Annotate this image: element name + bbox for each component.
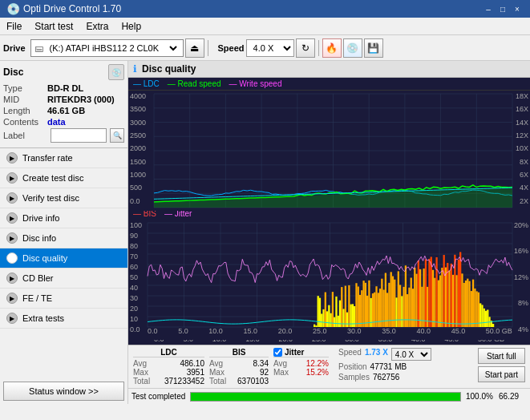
menu-file[interactable]: File: [0, 18, 28, 34]
samples-value: 762756: [373, 373, 399, 382]
progress-bar-fill: [191, 393, 460, 401]
jitter-checkbox[interactable]: [273, 348, 282, 357]
nav-create-test-disc[interactable]: ▶ Create test disc: [0, 168, 127, 188]
verify-test-disc-icon: ▶: [6, 192, 18, 204]
disc-quality-icon: ▶: [6, 252, 18, 264]
disc-icon: 💿: [108, 64, 124, 80]
ldc-legend: — LDC: [133, 79, 160, 88]
nav-drive-info[interactable]: ▶ Drive info: [0, 208, 127, 228]
chart-icon: ℹ: [133, 63, 137, 75]
progress-label: Test completed: [131, 392, 185, 401]
jitter-header: Jitter: [285, 348, 304, 357]
stats-section: LDC Avg486.10 Max3951 Total371233452 BIS…: [128, 345, 530, 388]
menu-help[interactable]: Help: [115, 18, 148, 34]
mid-value: RITEKDR3 (000): [47, 95, 115, 104]
length-label: Length: [3, 106, 47, 115]
ldc-max: 3951: [160, 368, 204, 377]
nav-disc-quality-label: Disc quality: [22, 253, 67, 263]
drive-info-icon: ▶: [6, 212, 18, 224]
burn-button[interactable]: 🔥: [322, 38, 342, 58]
ldc-stats: LDC Avg486.10 Max3951 Total371233452: [133, 348, 204, 386]
jitter-stats: Jitter Avg12.2% Max15.2%: [273, 348, 329, 377]
bottom-chart-wrapper: 100 90 80 70 60 50 40 30 20 10 0.0 20% 1…: [128, 220, 530, 336]
nav-create-test-disc-label: Create test disc: [22, 173, 83, 183]
progress-percent: 100.0%: [466, 392, 494, 401]
minimize-button[interactable]: –: [482, 2, 495, 15]
ldc-avg: 486.10: [160, 359, 204, 368]
bis-header: BIS: [209, 348, 269, 357]
label-search-button[interactable]: 🔍: [110, 128, 124, 143]
cd-bler-icon: ▶: [6, 273, 18, 284]
jitter-avg: 12.2%: [301, 359, 329, 368]
ldc-header: LDC: [133, 348, 204, 357]
close-button[interactable]: ×: [511, 2, 524, 15]
nav-cd-bler[interactable]: ▶ CD Bler: [0, 269, 127, 289]
bottom-x-axis: 0.0 5.0 10.0 15.0 20.0 25.0 30.0 35.0 40…: [148, 324, 512, 335]
nav-extra-tests[interactable]: ▶ Extra tests: [0, 309, 127, 329]
start-part-button[interactable]: Start part: [478, 366, 525, 382]
top-chart-wrapper: 4000 3500 3000 2500 2000 1500 1000 500 0…: [128, 91, 530, 207]
top-chart-canvas: [128, 91, 530, 211]
start-full-button[interactable]: Start full: [478, 348, 525, 364]
create-test-disc-icon: ▶: [6, 172, 18, 184]
progress-bar-container: Test completed 100.0% 66.29: [128, 388, 530, 404]
toolbar: Drive 🖴 (K:) ATAPI iHBS112 2 CL0K ⏏ Spee…: [0, 35, 530, 61]
jitter-max: 15.2%: [301, 368, 329, 377]
nav-extra-tests-label: Extra tests: [22, 313, 64, 323]
type-label: Type: [3, 83, 47, 93]
save-button[interactable]: 💾: [364, 38, 383, 58]
disc-label-label: Label: [3, 131, 47, 140]
label-input[interactable]: [51, 128, 107, 143]
toolbar-separator: [208, 40, 208, 56]
nav-cd-bler-label: CD Bler: [22, 273, 54, 283]
position-value: 47731 MB: [370, 362, 407, 371]
window-controls: – □ ×: [482, 2, 524, 15]
progress-time: 66.29: [499, 392, 527, 401]
fe-te-icon: ▶: [6, 293, 18, 304]
toolbar-separator-2: [318, 40, 319, 56]
menu-bar: File Start test Extra Help: [0, 18, 530, 35]
mid-label: MID: [3, 95, 47, 104]
speed-label: Speed: [338, 348, 362, 361]
nav-disc-info-label: Disc info: [22, 233, 56, 243]
window-title: Opti Drive Control 1.70: [23, 3, 121, 14]
title-bar: 💿 Opti Drive Control 1.70 – □ ×: [0, 0, 530, 18]
refresh-button[interactable]: ↻: [296, 38, 315, 58]
disc-button[interactable]: 💿: [343, 38, 362, 58]
speed-value: 1.73 X: [365, 348, 388, 361]
chart-header: ℹ Disc quality: [128, 61, 530, 78]
transfer-rate-icon: ▶: [6, 152, 18, 164]
status-window-button[interactable]: Status window >>: [3, 382, 124, 401]
bottom-chart-canvas: [128, 220, 530, 340]
nav-fe-te[interactable]: ▶ FE / TE: [0, 289, 127, 309]
top-legend: — LDC — Read speed — Write speed: [128, 78, 530, 91]
nav-transfer-rate[interactable]: ▶ Transfer rate: [0, 148, 127, 168]
maximize-button[interactable]: □: [496, 2, 509, 15]
menu-start-test[interactable]: Start test: [28, 18, 79, 34]
content-area: ℹ Disc quality — LDC — Read speed — Writ…: [128, 61, 530, 404]
nav-verify-test-disc-label: Verify test disc: [22, 193, 79, 203]
nav-verify-test-disc[interactable]: ▶ Verify test disc: [0, 188, 127, 208]
nav-transfer-rate-label: Transfer rate: [22, 153, 73, 163]
nav-disc-info[interactable]: ▶ Disc info: [0, 228, 127, 248]
eject-button[interactable]: ⏏: [185, 38, 204, 58]
bis-total: 6370103: [237, 377, 269, 386]
chart-title: Disc quality: [142, 63, 196, 75]
bis-max: 92: [237, 368, 269, 377]
speed-stats-select[interactable]: 4.0 X: [391, 348, 431, 361]
length-value: 46.61 GB: [47, 106, 85, 115]
progress-bar-background: [190, 392, 461, 402]
bis-avg: 8.34: [237, 359, 269, 368]
disc-info-icon: ▶: [6, 232, 18, 244]
start-buttons: Start full Start part: [478, 348, 525, 382]
nav-disc-quality[interactable]: ▶ Disc quality: [0, 248, 127, 269]
write-speed-legend: — Write speed: [229, 79, 282, 88]
sidebar: Disc 💿 Type BD-R DL MID RITEKDR3 (000) L…: [0, 61, 128, 404]
drive-select[interactable]: (K:) ATAPI iHBS112 2 CL0K: [43, 40, 180, 56]
speed-stats: Speed 1.73 X 4.0 X Position 47731 MB Sam…: [338, 348, 431, 382]
nav-fe-te-label: FE / TE: [22, 293, 52, 303]
speed-select[interactable]: 1.0 X 2.0 X 4.0 X 8.0 X: [246, 39, 294, 57]
type-value: BD-R DL: [47, 83, 83, 93]
disc-panel: Disc 💿 Type BD-R DL MID RITEKDR3 (000) L…: [0, 61, 127, 148]
menu-extra[interactable]: Extra: [79, 18, 115, 34]
